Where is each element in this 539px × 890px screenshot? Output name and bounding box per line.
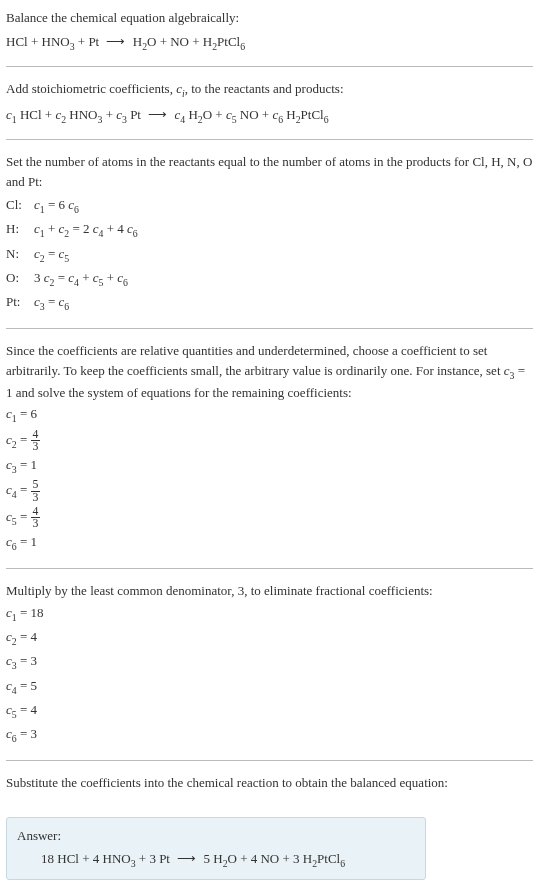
- answer-label: Answer:: [17, 826, 415, 846]
- coef-value: 4: [31, 629, 38, 644]
- atom-row: N: c2 = c5: [6, 244, 533, 266]
- coef-row: c3 = 1: [6, 455, 533, 477]
- intro-text: Balance the chemical equation algebraica…: [6, 8, 533, 28]
- answer-equation: 18 HCl + 4 HNO3 + 3 Pt ⟶ 5 H2O + 4 NO + …: [17, 849, 415, 871]
- atom-row: Pt: c3 = c6: [6, 292, 533, 314]
- coef-row: c5 = 43: [6, 506, 533, 530]
- multiply-section: Multiply by the least common denominator…: [6, 581, 533, 761]
- coef-row: c2 = 43: [6, 429, 533, 453]
- coef-row: c1 = 18: [6, 603, 533, 625]
- coef-row: c5 = 4: [6, 700, 533, 722]
- coef-row: c4 = 5: [6, 676, 533, 698]
- stoich-section: Add stoichiometric coefficients, ci, to …: [6, 79, 533, 140]
- fraction: 43: [31, 429, 41, 453]
- coef-row: c2 = 4: [6, 627, 533, 649]
- fraction: 43: [31, 506, 41, 530]
- solve-text: Since the coefficients are relative quan…: [6, 341, 533, 402]
- intro-section: Balance the chemical equation algebraica…: [6, 8, 533, 67]
- coef-value: 1: [31, 457, 38, 472]
- atom-label: Pt:: [6, 292, 34, 312]
- stoich-var: ci: [176, 81, 185, 96]
- atoms-text: Set the number of atoms in the reactants…: [6, 152, 533, 191]
- coef-value: 6: [31, 406, 38, 421]
- stoich-equation: c1 HCl + c2 HNO3 + c3 Pt ⟶ c4 H2O + c5 N…: [6, 105, 533, 127]
- stoich-suffix: , to the reactants and products:: [185, 81, 344, 96]
- atom-label: N:: [6, 244, 34, 264]
- atom-eq: c1 = 6 c6: [34, 195, 79, 217]
- final-section: Substitute the coefficients into the che…: [6, 773, 533, 805]
- coef-row: c3 = 3: [6, 651, 533, 673]
- stoich-prefix: Add stoichiometric coefficients,: [6, 81, 176, 96]
- denominator: 3: [31, 492, 41, 504]
- coef-row: c4 = 53: [6, 479, 533, 503]
- coef-value: 4: [31, 702, 38, 717]
- atoms-table: Cl: c1 = 6 c6 H: c1 + c2 = 2 c4 + 4 c6 N…: [6, 195, 533, 314]
- atom-label: Cl:: [6, 195, 34, 215]
- atom-eq: c3 = c6: [34, 292, 69, 314]
- atoms-section: Set the number of atoms in the reactants…: [6, 152, 533, 329]
- denominator: 3: [31, 518, 41, 530]
- coef-value: 1: [31, 534, 38, 549]
- atom-row: H: c1 + c2 = 2 c4 + 4 c6: [6, 219, 533, 241]
- atom-eq: c1 + c2 = 2 c4 + 4 c6: [34, 219, 138, 241]
- denominator: 3: [31, 441, 41, 453]
- atom-row: Cl: c1 = 6 c6: [6, 195, 533, 217]
- stoich-text: Add stoichiometric coefficients, ci, to …: [6, 79, 533, 101]
- atom-label: H:: [6, 219, 34, 239]
- solve-section: Since the coefficients are relative quan…: [6, 341, 533, 569]
- coef-row: c6 = 3: [6, 724, 533, 746]
- coef-value: 3: [31, 653, 38, 668]
- atom-label: O:: [6, 268, 34, 288]
- atom-row: O: 3 c2 = c4 + c5 + c6: [6, 268, 533, 290]
- multiply-text: Multiply by the least common denominator…: [6, 581, 533, 601]
- fraction: 53: [31, 479, 41, 503]
- intro-equation: HCl + HNO3 + Pt ⟶ H2O + NO + H2PtCl6: [6, 32, 533, 54]
- coef-value: 5: [31, 678, 38, 693]
- atom-eq: c2 = c5: [34, 244, 69, 266]
- coef-value: 3: [31, 726, 38, 741]
- answer-box: Answer: 18 HCl + 4 HNO3 + 3 Pt ⟶ 5 H2O +…: [6, 817, 426, 881]
- atom-eq: 3 c2 = c4 + c5 + c6: [34, 268, 128, 290]
- coef-value: 18: [31, 605, 44, 620]
- coef-row: c1 = 6: [6, 404, 533, 426]
- final-text: Substitute the coefficients into the che…: [6, 773, 533, 793]
- coef-row: c6 = 1: [6, 532, 533, 554]
